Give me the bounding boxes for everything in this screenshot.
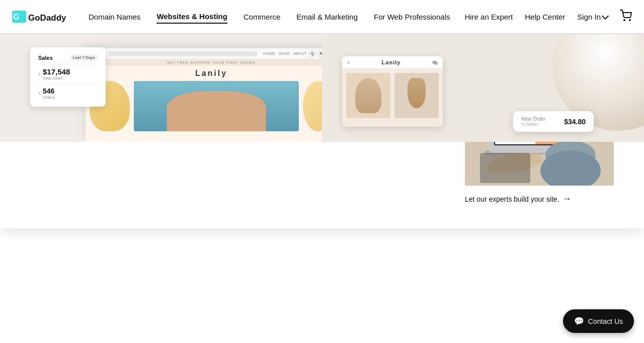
orders-row: ↑ 546 Orders <box>38 87 98 100</box>
nav-domain-names[interactable]: Domain Names <box>89 11 140 23</box>
sales-card-header: Sales Last 7 Days <box>38 54 98 61</box>
svg-text:G: G <box>13 13 19 21</box>
product-shape-right <box>408 78 425 108</box>
svg-point-3 <box>624 20 625 21</box>
mockup-icon-q: Q <box>309 50 316 57</box>
mobile-product-left <box>346 73 390 118</box>
svg-point-4 <box>629 20 630 21</box>
mockup-site-title: Lanily <box>86 66 337 81</box>
nav-websites-hosting[interactable]: Websites & Hosting <box>156 10 227 24</box>
order-title: New Order <box>521 116 545 122</box>
sales-amount: $17,548 <box>43 67 70 76</box>
up-arrow-orders: ↑ <box>38 91 41 96</box>
product-shape-left <box>355 78 382 113</box>
mobile-cart-icon: 🛍 <box>433 60 438 65</box>
bottom-right: ☰ Lanily 🛍 New Order #156841 $34.80 <box>322 34 644 142</box>
website-mockup-left: HOME SHOP ABOUT Q R A GET FREE SHIPPING … <box>86 48 337 142</box>
mockup-hero-area <box>90 81 333 131</box>
order-notification-card: New Order #156841 $34.80 <box>513 111 594 132</box>
mobile-nav-icon: ☰ <box>347 61 350 64</box>
order-number: #156841 <box>521 122 545 127</box>
sign-in-button[interactable]: Sign In <box>577 13 608 21</box>
mobile-header: ☰ Lanily 🛍 <box>342 56 443 69</box>
nav-for-web-professionals[interactable]: For Web Professionals <box>374 11 450 23</box>
nav-email-marketing[interactable]: Email & Marketing <box>296 11 358 23</box>
bottom-section: Sales Last 7 Days ↑ $17,548 Total Sales … <box>0 34 644 142</box>
order-price: $34.80 <box>564 118 586 126</box>
hire-expert-link[interactable]: Hire an Expert <box>464 13 513 21</box>
main-nav: G GoDaddy Domain Names Websites & Hostin… <box>0 0 644 34</box>
chevron-down-icon <box>602 12 609 19</box>
nav-links: Domain Names Websites & Hosting Commerce… <box>89 10 464 24</box>
sales-card: Sales Last 7 Days ↑ $17,548 Total Sales … <box>30 47 106 107</box>
nav-right: Hire an Expert Help Center Sign In <box>464 10 632 24</box>
mobile-body <box>342 69 443 122</box>
orders-label: Orders <box>43 95 55 100</box>
mockup-nav-labels: HOME SHOP ABOUT <box>263 51 307 56</box>
cart-button[interactable] <box>620 10 632 24</box>
nav-commerce[interactable]: Commerce <box>244 11 280 23</box>
mockup-shipping-bar: GET FREE SHIPPING YOUR FIRST ORDER <box>86 59 337 66</box>
bottom-left: Sales Last 7 Days ↑ $17,548 Total Sales … <box>0 34 322 142</box>
mobile-logo-text: Lanily <box>382 59 401 65</box>
orders-amount: 546 <box>43 87 55 95</box>
sales-label: Total Sales <box>43 76 70 80</box>
mockup-browser-bar: HOME SHOP ABOUT Q R A <box>86 48 337 59</box>
svg-text:GoDaddy: GoDaddy <box>28 13 66 23</box>
mockup-center-hero <box>134 81 299 131</box>
mobile-mockup: ☰ Lanily 🛍 <box>342 56 443 127</box>
godaddy-logo[interactable]: G GoDaddy <box>12 7 72 27</box>
mobile-product-right <box>394 73 439 118</box>
order-info: New Order #156841 <box>521 116 545 127</box>
up-arrow-sales: ↑ <box>38 71 41 77</box>
help-center-link[interactable]: Help Center <box>525 13 565 21</box>
sales-amount-row: ↑ $17,548 Total Sales <box>38 67 98 80</box>
